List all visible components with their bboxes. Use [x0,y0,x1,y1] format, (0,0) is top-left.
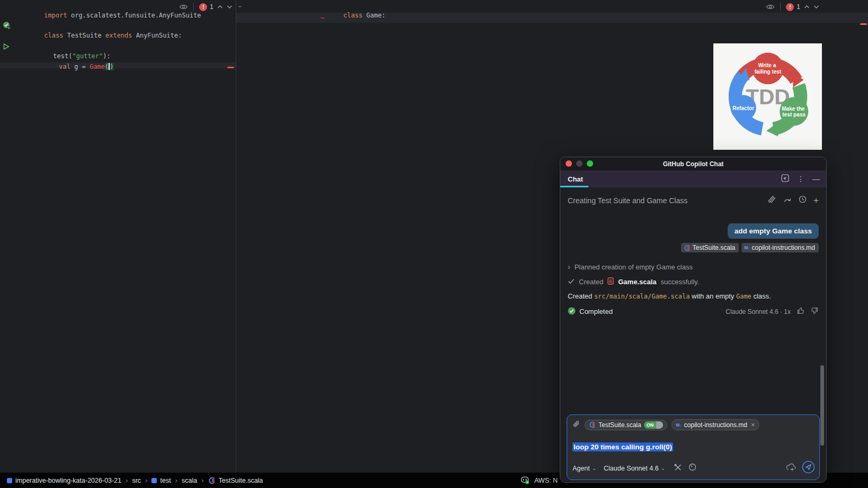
thread-title: Creating Test Suite and Game Class [568,196,687,205]
highlighting-eye-icon[interactable] [766,3,775,11]
attachments-icon[interactable] [767,195,776,205]
completed-label: Completed [579,308,613,315]
selected-input-text[interactable]: loop 20 times calling g.roll(0) [572,442,673,451]
prev-error-chevron-up-icon[interactable] [804,5,810,9]
thumbs-down-icon[interactable] [810,306,819,317]
chat-input-field[interactable]: loop 20 times calling g.roll(0) [567,443,819,451]
new-chat-plus-icon[interactable]: + [813,196,819,205]
minimize-traffic-light[interactable] [576,160,583,167]
run-class-gutter-icon[interactable] [3,21,12,31]
mode-dropdown[interactable]: Agent ⌄ [572,465,596,472]
matched-paren-highlight: () [105,63,113,70]
window-titlebar[interactable]: GitHub Copilot Chat [560,157,826,170]
dock-window-icon[interactable] [781,174,789,184]
created-step-row: Created Game.scala successfully. [568,277,819,286]
hide-window-icon[interactable]: — [812,175,820,183]
model-dropdown[interactable]: Claude Sonnet 4.6 ⌄ [604,465,665,472]
send-button[interactable] [802,460,815,476]
cloud-sync-icon[interactable] [785,463,797,473]
chat-body: Creating Test Suite and Game Class + add… [560,187,826,483]
divider [193,3,194,11]
breadcrumb-project[interactable]: imperative-bowling-kata-2026-03-21 [7,477,121,484]
breadcrumb-scala[interactable]: scala [182,477,197,484]
prev-error-chevron-up-icon[interactable] [217,5,223,9]
next-error-chevron-down-icon[interactable] [813,5,819,9]
tdd-diagram: TDD Write a failing test Make the test p… [716,46,820,148]
context-chips-row: TestSuite.scala M↓ copilot-instructions.… [568,243,819,252]
context-toggle-on[interactable]: ON [644,421,664,429]
breadcrumb-separator: › [145,476,147,484]
paren-open: ( [105,63,109,70]
attach-paperclip-icon[interactable] [572,420,580,430]
unresolved-game-reference: Game [90,63,105,70]
chip-label: TestSuite.scala [598,421,641,429]
keyword-class: class [44,32,67,39]
zoom-traffic-light[interactable] [587,160,593,167]
error-count: 1 [797,3,800,11]
kebab-menu-icon[interactable]: ⋮ [797,175,804,183]
tools-icon[interactable] [674,464,682,473]
editor-split-divider[interactable] [236,0,236,473]
project-folder-icon [7,478,12,483]
context-chip-instructions[interactable]: M↓ copilot-instructions.md [741,243,819,252]
run-test-gutter-icon[interactable] [3,43,12,52]
model-info: Claude Sonnet 4.6 · 1x [726,308,791,315]
planned-step-label: Planned creation of empty Game class [575,263,693,271]
created-file-link[interactable]: Game.scala [618,278,656,286]
class-name: TestSuite [67,32,105,39]
class-name: Game: [366,12,386,19]
aws-status-label[interactable]: AWS: N [534,477,558,484]
keyword-val: val [59,63,74,70]
editor-left-testsuite[interactable]: import org.scalatest.funsuite.AnyFunSuit… [0,0,236,473]
user-message-bubble: add empty Game class [728,223,819,239]
inspection-widget[interactable]: ! 1 [766,3,819,11]
tdd-cycle-image: TDD Write a failing test Make the test p… [713,43,822,150]
ide-root: import org.scalatest.funsuite.AnyFunSuit… [0,0,868,488]
tab-chat[interactable]: Chat [568,175,583,183]
result-path-code: src/main/scala/Game.scala [594,293,690,300]
thumbs-up-icon[interactable] [797,306,806,317]
scala-file-icon [589,421,596,428]
context-chip-testsuite[interactable]: TestSuite.scala [681,243,739,252]
history-clock-icon[interactable] [799,195,807,205]
breadcrumb-src[interactable]: src [132,477,141,484]
copilot-chat-window: GitHub Copilot Chat Chat ⋮ — Creating Te… [560,157,827,483]
error-stripe-mark[interactable] [227,67,234,68]
code-line-class-game: class Game: [320,2,386,29]
error-stripe-mark[interactable] [860,23,867,25]
highlighting-eye-icon[interactable] [179,3,188,11]
scala-red-file-icon [607,277,614,286]
remove-chip-close-icon[interactable]: × [751,421,755,429]
completed-check-icon [568,307,576,317]
next-error-chevron-down-icon[interactable] [227,5,232,9]
keyword-import: import [44,12,71,19]
created-label: Created [579,278,603,286]
scala-file-icon [684,245,691,251]
chat-tabbar: Chat ⋮ — [560,170,826,187]
redo-icon[interactable] [783,196,792,205]
superclass-name: AnyFunSuite: [136,32,182,39]
error-badge-icon[interactable]: ! [199,3,207,11]
usage-gauge-icon[interactable] [688,463,696,473]
copilot-status-icon[interactable] [520,475,530,486]
chevron-down-icon: ⌄ [592,465,596,471]
planned-step-row[interactable]: › Planned creation of empty Game class [568,263,819,271]
close-traffic-light[interactable] [566,160,572,167]
breadcrumb-file[interactable]: TestSuite.scala [208,477,263,484]
error-badge-icon[interactable]: ! [786,3,794,11]
chip-label: copilot-instructions.md [752,244,815,251]
chat-input-box[interactable]: TestSuite.scala ON M↓ copilot-instructio… [567,414,820,480]
breadcrumb-test[interactable]: test [151,477,171,484]
fold-chevron-icon[interactable]: ⌄ [237,2,243,9]
input-chip-testsuite[interactable]: TestSuite.scala ON [585,420,667,430]
breadcrumb-separator: › [175,476,177,484]
input-chip-instructions[interactable]: M↓ copilot-instructions.md × [672,419,759,430]
expand-chevron-icon[interactable]: › [568,263,570,271]
check-icon [568,278,575,286]
breadcrumb-separator: › [126,476,128,484]
chat-scrollbar-thumb[interactable] [820,365,824,446]
exclaim-glyph: ! [202,4,204,10]
inspection-widget[interactable]: ! 1 [179,3,232,11]
crumb-label: src [132,477,141,484]
code-line-tilde: ~ [320,14,324,23]
